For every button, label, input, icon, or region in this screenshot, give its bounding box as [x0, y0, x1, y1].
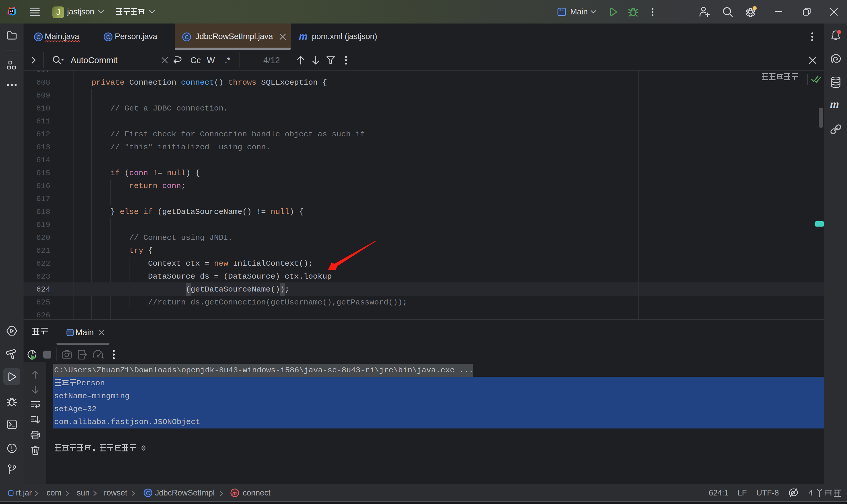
svg-text:C: C	[106, 34, 110, 40]
svg-text:m: m	[830, 97, 839, 111]
svg-text:C: C	[185, 34, 189, 40]
svg-text:C: C	[146, 490, 150, 497]
svg-text:IJ: IJ	[10, 10, 13, 13]
svg-text:m: m	[232, 490, 237, 496]
svg-text:C: C	[36, 34, 40, 40]
